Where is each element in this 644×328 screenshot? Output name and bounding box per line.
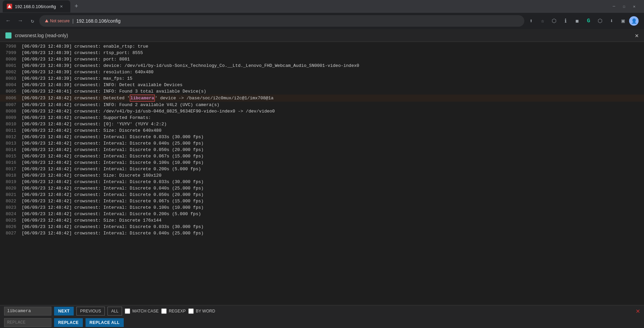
share-icon[interactable]: ⬆ <box>526 16 536 26</box>
log-line-8001: 8001 [06/09/23 12:48:39] crowsnest: devi… <box>0 62 644 69</box>
find-row: NEXT PREVIOUS ALL MATCH CASE REGEXP BY W… <box>0 305 644 317</box>
log-line-7999: 7999 [06/09/23 12:48:39] crowsnest: rtsp… <box>0 50 644 56</box>
log-line-8024: 8024 [06/09/23 12:48:42] crowsnest: Inte… <box>0 211 644 217</box>
find-close-button[interactable]: ✕ <box>636 307 640 315</box>
minimize-button[interactable]: — <box>610 2 618 11</box>
match-case-label[interactable]: MATCH CASE <box>125 308 159 314</box>
address-bar-row: ← → ↻ Not secure | 192.168.0.106/config … <box>0 13 644 29</box>
log-line-8004: 8004 [06/09/23 12:48:39] crowsnest: INFO… <box>0 82 644 88</box>
line-8006-pre: [06/09/23 12:48:42] crowsnest: Detected … <box>22 96 130 101</box>
split-view-icon[interactable]: ▣ <box>618 16 628 26</box>
extensions-icon[interactable]: ⬡ <box>595 16 605 26</box>
log-line-8025: 8025 [06/09/23 12:48:42] crowsnest: Size… <box>0 217 644 224</box>
log-line-8011: 8011 [06/09/23 12:48:42] crowsnest: Size… <box>0 127 644 134</box>
forward-button[interactable]: → <box>15 16 26 26</box>
grammarly-icon[interactable]: G <box>583 16 594 26</box>
log-line-8006: 8006 [06/09/23 12:48:42] crowsnest: Dete… <box>0 95 644 102</box>
replace-button[interactable]: REPLACE <box>54 318 83 327</box>
replace-row: REPLACE REPLACE ALL <box>0 317 644 328</box>
extension-icon-3[interactable]: ◼ <box>572 16 582 26</box>
log-line-8026: 8026 [06/09/23 12:48:42] crowsnest: Inte… <box>0 224 644 230</box>
new-tab-button[interactable]: + <box>72 2 81 11</box>
bookmark-icon[interactable]: ☆ <box>537 16 548 26</box>
window-controls: — ☐ ✕ <box>610 2 641 11</box>
replace-all-button[interactable]: REPLACE ALL <box>86 318 124 327</box>
log-line-8020: 8020 [06/09/23 12:48:42] crowsnest: Inte… <box>0 185 644 192</box>
tab-close-button[interactable]: ✕ <box>58 4 64 9</box>
log-line-8014: 8014 [06/09/23 12:48:42] crowsnest: Inte… <box>0 147 644 153</box>
editor-container: crowsnest.log (read-only) ✕ 7998 [06/09/… <box>0 29 644 328</box>
active-tab[interactable]: 192.168.0.106/config ✕ <box>3 0 70 12</box>
log-line-7998: 7998 [06/09/23 12:48:39] crowsnest: enab… <box>0 43 644 50</box>
log-line-8027: 8027 [06/09/23 12:48:42] crowsnest: Inte… <box>0 230 644 236</box>
browser-chrome: 192.168.0.106/config ✕ + — ☐ ✕ ← → ↻ Not <box>0 0 644 29</box>
editor-close-button[interactable]: ✕ <box>635 32 639 39</box>
libcamera-match-highlight: libcamera <box>130 96 154 101</box>
reload-button[interactable]: ↻ <box>27 16 38 26</box>
profile-avatar[interactable]: 👤 <box>629 16 639 26</box>
back-button[interactable]: ← <box>3 16 14 26</box>
log-content[interactable]: 7998 [06/09/23 12:48:39] crowsnest: enab… <box>0 42 644 305</box>
editor-title: crowsnest.log (read-only) <box>5 32 68 39</box>
tab-bar: 192.168.0.106/config ✕ + — ☐ ✕ <box>0 0 644 13</box>
file-title: crowsnest.log (read-only) <box>15 33 68 38</box>
log-line-8008: 8008 [06/09/23 12:48:42] crowsnest: /dev… <box>0 108 644 115</box>
previous-button[interactable]: PREVIOUS <box>76 307 105 316</box>
tab-favicon <box>7 4 12 9</box>
log-line-8005: 8005 [06/09/23 12:48:41] crowsnest: INFO… <box>0 88 644 95</box>
extension-icon-1[interactable]: ⬡ <box>549 16 559 26</box>
regexp-label[interactable]: REGEXP <box>161 308 186 314</box>
log-line-8023: 8023 [06/09/23 12:48:42] crowsnest: Inte… <box>0 204 644 211</box>
log-line-8021: 8021 [06/09/23 12:48:42] crowsnest: Inte… <box>0 192 644 198</box>
log-line-8009: 8009 [06/09/23 12:48:42] crowsnest: Supp… <box>0 115 644 121</box>
log-line-8007: 8007 [06/09/23 12:48:42] crowsnest: INFO… <box>0 102 644 108</box>
address-text: 192.168.0.106/config <box>76 18 121 24</box>
match-case-checkbox[interactable] <box>125 308 130 314</box>
all-button[interactable]: ALL <box>108 307 122 316</box>
tab-title: 192.168.0.106/config <box>15 4 56 9</box>
log-line-8002: 8002 [06/09/23 12:48:39] crowsnest: reso… <box>0 69 644 75</box>
next-button[interactable]: NEXT <box>54 307 74 316</box>
log-line-8012: 8012 [06/09/23 12:48:42] crowsnest: Inte… <box>0 134 644 140</box>
toolbar-icons: ⬆ ☆ ⬡ ℹ ◼ G ⬡ ⬇ ▣ 👤 <box>526 16 641 26</box>
log-line-8013: 8013 [06/09/23 12:48:42] crowsnest: Inte… <box>0 140 644 147</box>
log-line-8015: 8015 [06/09/23 12:48:42] crowsnest: Inte… <box>0 153 644 159</box>
log-line-8022: 8022 [06/09/23 12:48:42] crowsnest: Inte… <box>0 198 644 204</box>
log-line-8017: 8017 [06/09/23 12:48:42] crowsnest: Inte… <box>0 166 644 172</box>
editor-title-bar: crowsnest.log (read-only) ✕ <box>0 29 644 42</box>
log-line-8000: 8000 [06/09/23 12:48:39] crowsnest: port… <box>0 56 644 62</box>
find-replace-bar: NEXT PREVIOUS ALL MATCH CASE REGEXP BY W… <box>0 305 644 328</box>
log-line-8003: 8003 [06/09/23 12:48:39] crowsnest: max_… <box>0 75 644 82</box>
close-window-button[interactable]: ✕ <box>630 2 639 11</box>
line-8006-post: ' device -> /base/soc/i2c0mux/i2c@1/imx7… <box>155 96 273 101</box>
by-word-label[interactable]: BY WORD <box>188 308 215 314</box>
log-line-8018: 8018 [06/09/23 12:48:42] crowsnest: Size… <box>0 172 644 179</box>
address-bar[interactable]: Not secure | 192.168.0.106/config <box>39 15 524 27</box>
find-input[interactable] <box>4 307 51 316</box>
log-line-8010: 8010 [06/09/23 12:48:42] crowsnest: [0]:… <box>0 121 644 127</box>
regexp-checkbox[interactable] <box>161 308 167 314</box>
extension-icon-2[interactable]: ℹ <box>560 16 571 26</box>
log-line-8016: 8016 [06/09/23 12:48:42] crowsnest: Inte… <box>0 159 644 166</box>
replace-input[interactable] <box>4 318 51 327</box>
svg-marker-0 <box>8 5 11 8</box>
file-icon <box>5 32 11 39</box>
log-line-8019: 8019 [06/09/23 12:48:42] crowsnest: Inte… <box>0 179 644 185</box>
not-secure-indicator: Not secure <box>45 19 70 23</box>
maximize-button[interactable]: ☐ <box>620 2 628 11</box>
by-word-checkbox[interactable] <box>188 308 194 314</box>
download-icon[interactable]: ⬇ <box>606 16 617 26</box>
